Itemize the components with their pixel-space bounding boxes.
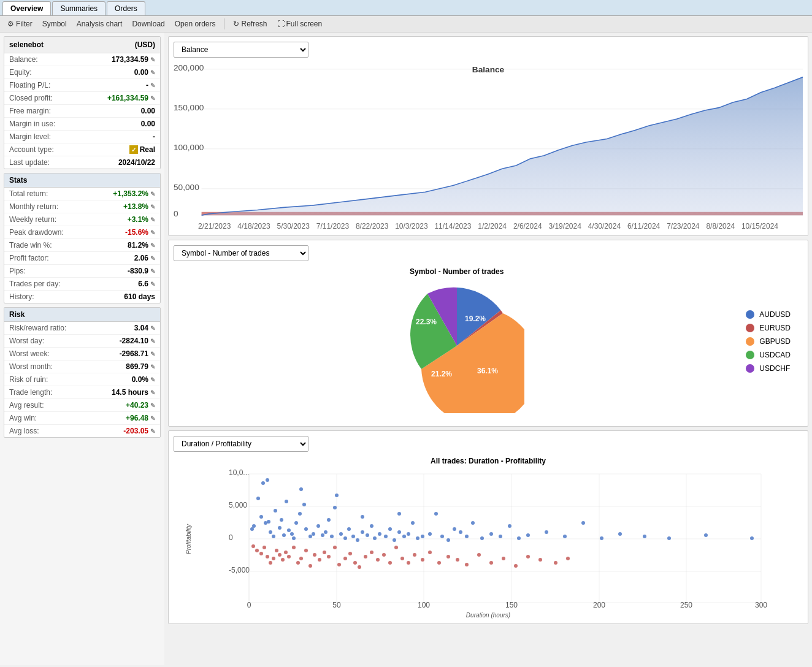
svg-point-67 — [335, 494, 339, 497]
worst-week-row: Worst week: -2968.71 ✎ — [4, 348, 160, 360]
svg-point-116 — [255, 549, 259, 552]
worst-day-edit[interactable]: ✎ — [150, 338, 155, 345]
svg-point-94 — [471, 521, 475, 525]
legend-label-eurusd: EURUSD — [759, 324, 791, 332]
download-label: Download — [132, 20, 164, 28]
floating-edit-icon[interactable]: ✎ — [150, 82, 155, 89]
download-button[interactable]: Download — [129, 18, 167, 29]
analysis-chart-button[interactable]: Analysis chart — [74, 18, 125, 29]
svg-point-151 — [421, 558, 424, 562]
svg-point-71 — [351, 535, 355, 538]
svg-point-109 — [750, 536, 754, 540]
legend-label-usdchf: USDCHF — [759, 364, 790, 373]
risk-header: Risk — [4, 308, 160, 322]
svg-point-78 — [384, 535, 388, 538]
symbol-button[interactable]: Symbol — [40, 18, 69, 29]
svg-point-98 — [508, 524, 511, 528]
filter-button[interactable]: ⚙ Filter — [5, 18, 35, 29]
svg-point-87 — [428, 532, 432, 536]
svg-text:150: 150 — [505, 601, 518, 609]
svg-point-155 — [456, 558, 459, 562]
svg-point-143 — [370, 551, 373, 554]
svg-text:21.2%: 21.2% — [431, 370, 452, 378]
pips-row: Pips: -830.9 ✎ — [4, 265, 160, 278]
worst-week-edit[interactable]: ✎ — [150, 351, 155, 357]
svg-point-120 — [269, 561, 272, 565]
balance-chart-box: Balance 200,000 150,000 100,000 50,000 0 — [168, 36, 808, 236]
avg-win-edit[interactable]: ✎ — [150, 415, 155, 422]
avg-win-row: Avg win: +96.48 ✎ — [4, 412, 160, 425]
history-row: History: 610 days — [4, 291, 160, 303]
stats-box: Stats Total return: +1,353.2% ✎ Monthly … — [4, 173, 161, 303]
svg-point-74 — [366, 533, 369, 537]
svg-point-127 — [292, 546, 296, 549]
svg-text:-5,000: -5,000 — [229, 566, 250, 574]
svg-point-124 — [281, 558, 285, 562]
worst-month-edit[interactable]: ✎ — [150, 364, 155, 370]
svg-point-131 — [308, 564, 312, 568]
analysis-chart-label: Analysis chart — [77, 20, 123, 28]
trades-per-day-edit[interactable]: ✎ — [150, 281, 155, 288]
svg-point-123 — [278, 553, 282, 557]
peak-drawdown-edit[interactable]: ✎ — [150, 229, 155, 236]
svg-text:200,000: 200,000 — [174, 63, 204, 72]
duration-chart-select[interactable]: Duration / Profitability — [174, 436, 308, 452]
tab-bar: Overview Summaries Orders — [0, 0, 812, 16]
balance-edit-icon[interactable]: ✎ — [150, 56, 155, 63]
legend-gbpusd: GBPUSD — [746, 337, 791, 346]
trade-win-edit[interactable]: ✎ — [150, 242, 155, 249]
avg-loss-row: Avg loss: -203.05 ✎ — [4, 425, 160, 437]
margin-level-row: Margin level: - — [4, 131, 160, 143]
toolbar: ⚙ Filter Symbol Analysis chart Download … — [0, 16, 812, 32]
trade-length-edit[interactable]: ✎ — [150, 389, 155, 396]
trade-length-row: Trade length: 14.5 hours ✎ — [4, 386, 160, 399]
tab-orders[interactable]: Orders — [107, 1, 145, 15]
risk-of-ruin-edit[interactable]: ✎ — [150, 376, 155, 383]
x-axis-label: Duration (hours) — [174, 612, 803, 619]
refresh-icon: ↻ — [233, 20, 239, 28]
svg-point-145 — [382, 553, 386, 557]
legend-audusd: AUDUSD — [746, 310, 791, 319]
svg-point-75 — [370, 524, 373, 528]
profit-factor-edit[interactable]: ✎ — [150, 255, 155, 262]
svg-point-92 — [459, 530, 462, 534]
right-panel: Balance 200,000 150,000 100,000 50,000 0 — [164, 32, 812, 665]
svg-point-96 — [489, 532, 493, 536]
equity-edit-icon[interactable]: ✎ — [150, 69, 155, 76]
pips-edit[interactable]: ✎ — [150, 268, 155, 275]
tab-summaries[interactable]: Summaries — [52, 1, 105, 15]
duration-chart-box: Duration / Profitability All trades: Dur… — [168, 430, 808, 624]
weekly-return-edit[interactable]: ✎ — [150, 216, 155, 223]
tab-overview[interactable]: Overview — [2, 1, 51, 15]
margin-level-value: - — [153, 132, 155, 141]
account-type-value: ✓ Real — [129, 145, 155, 154]
svg-point-132 — [313, 553, 316, 557]
svg-point-158 — [489, 561, 493, 565]
svg-point-47 — [272, 535, 275, 538]
account-type-checkbox: ✓ — [129, 145, 138, 154]
filter-icon: ⚙ — [7, 20, 14, 28]
pie-section: Symbol - Number of trades — [174, 261, 803, 421]
svg-point-152 — [428, 551, 432, 554]
svg-text:300: 300 — [755, 601, 767, 609]
open-orders-button[interactable]: Open orders — [172, 18, 218, 29]
svg-point-130 — [304, 549, 308, 552]
svg-point-73 — [361, 530, 364, 534]
free-margin-row: Free margin: 0.00 — [4, 105, 160, 118]
svg-point-55 — [292, 536, 296, 540]
fullscreen-button[interactable]: ⛶ Full screen — [275, 18, 325, 29]
refresh-button[interactable]: ↻ Refresh — [231, 18, 269, 29]
closed-profit-edit-icon[interactable]: ✎ — [150, 95, 155, 102]
avg-result-edit[interactable]: ✎ — [150, 402, 155, 409]
svg-point-136 — [333, 546, 337, 549]
avg-loss-edit[interactable]: ✎ — [150, 428, 155, 435]
svg-point-52 — [285, 500, 288, 503]
total-return-edit[interactable]: ✎ — [150, 191, 155, 197]
svg-point-69 — [343, 536, 347, 540]
balance-chart-select[interactable]: Balance — [174, 42, 308, 58]
svg-point-126 — [287, 555, 291, 558]
symbol-chart-select[interactable]: Symbol - Number of trades — [174, 245, 308, 261]
svg-point-117 — [259, 552, 263, 555]
risk-reward-edit[interactable]: ✎ — [150, 325, 155, 332]
monthly-return-edit[interactable]: ✎ — [150, 204, 155, 210]
